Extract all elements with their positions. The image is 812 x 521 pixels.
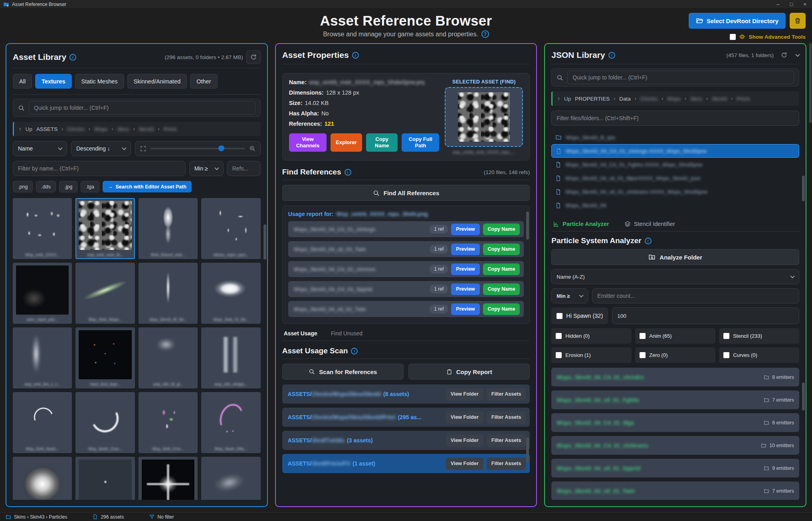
preview-button[interactable]: Preview [451,283,479,295]
asset-thumbnail[interactable]: wsp_strk_vtclgrp... [201,327,260,388]
view-folder-button[interactable]: View Folder [446,458,483,470]
show-advanced-tools[interactable]: Show Advanced Tools [730,34,806,40]
reference-row[interactable]: Wsps_Skn43_04_C4_03_Spprtd 1 ref Preview… [288,281,524,297]
info-icon[interactable]: i [352,52,359,59]
extension-tag[interactable]: .jpg [59,181,77,192]
info-icon[interactable]: i [645,238,652,244]
copy-name-button[interactable]: Copy Name [483,283,520,295]
asset-thumbnail[interactable]: Wsp_Smll_Swsh... [13,392,72,453]
view-folder-button[interactable]: View Folder [446,411,483,424]
zoom-in-icon[interactable] [249,145,255,152]
emitter-row[interactable]: Wsps_Skn43_04_C4_01_chrndrs 8 emitters [551,368,799,386]
library-search-input[interactable] [29,101,255,115]
asset-type-tab[interactable]: Skinned/Animated [127,74,187,89]
preview-button[interactable]: Preview [451,303,479,315]
scan-scrollbar[interactable] [526,438,529,462]
library-scrollbar[interactable] [263,224,266,260]
filter-checkbox[interactable] [723,333,729,339]
usage-sub-tab[interactable]: Asset Usage [284,330,317,337]
refresh-icon[interactable] [781,52,787,58]
scan-for-references-button[interactable]: Scan for References [282,364,404,380]
asset-type-tab[interactable]: Other [190,74,217,89]
emitter-row[interactable]: Wsps_Skn43_04_C4_01_Mgs 6 emitters [551,413,799,432]
find-all-references-button[interactable]: Find All References [282,185,530,201]
analyzer-sort-select[interactable]: Name (A-Z) [551,269,799,284]
editor-asset-path-button[interactable]: → Search with Editor Asset Path [103,181,192,192]
asset-thumbnail[interactable]: Wsh_flcksrd_smk... [139,198,198,259]
json-search-input[interactable] [567,71,794,84]
filter-assets-button[interactable]: Filter Assets [487,458,526,470]
filter-checkbox-cell[interactable]: Anim (65) [635,328,715,344]
advanced-tools-checkbox[interactable] [730,34,736,40]
asset-thumbnail[interactable]: shps_StrmS_M_Str... [139,263,198,324]
extension-tag[interactable]: .dds [36,181,56,192]
asset-thumbnail[interactable]: strtssc_mpct_spct... [201,198,260,259]
filter-assets-button[interactable]: Filter Assets [487,434,526,447]
filter-checkbox[interactable] [723,352,729,358]
json-filter-input[interactable] [551,111,799,126]
hi-spawn-toggle[interactable]: Hi Spawn (32) [551,307,608,324]
collapse-chevron-icon[interactable] [795,52,800,57]
file-row[interactable]: Wsps_Skn43_04_stl_01_MpsrXXXX_Wsps_Skn43… [551,171,799,185]
asset-thumbnail[interactable]: Wsp_Swsh_Dtts... [201,392,260,453]
asset-thumbnail[interactable]: smk_wsp_grd... [201,457,260,500]
filter-assets-button[interactable]: Filter Assets [487,411,526,424]
info-icon[interactable]: i [345,169,351,176]
zoom-slider-thumb[interactable] [218,145,224,151]
library-breadcrumb[interactable]: ↑ Up ASSETS › Chrctrs› Wsps› Skns› Skn43… [13,122,261,136]
asset-type-tab[interactable]: Static Meshes [75,74,124,89]
minimize-button[interactable]: – [776,0,779,8]
help-icon[interactable]: ? [481,30,489,38]
refs-input[interactable] [227,161,261,176]
copy-name-button[interactable]: Copy Name [366,133,398,152]
copy-name-button[interactable]: Copy Name [483,303,520,315]
reference-row[interactable]: Wsps_Skn43_04_C4_01_chrlsrgn 1 ref Previ… [288,221,524,237]
filter-by-name-input[interactable] [13,161,186,176]
asset-thumbnail[interactable]: Wsp_smtr_XXXX... [13,198,72,259]
file-row[interactable]: Wsps_Skn43_04_C4_01_Fghtrs.XXXX_Wsps_Shr… [551,158,799,171]
analyzer-tab[interactable]: Stencil Identifier [624,221,675,227]
preview-button[interactable]: Preview [451,244,479,255]
sort-direction-select[interactable]: Descending ↓ [71,141,131,156]
explorer-button[interactable]: Explorer [331,133,362,152]
file-row[interactable]: Wsps_Skn43_04_stl_01_chrbrwns.XXXX_Wsps_… [551,185,799,198]
reference-row[interactable]: Wsps_Skn43_04_stl_02_Twln 1 ref Preview … [288,301,524,317]
close-button[interactable]: × [803,0,806,8]
asset-thumbnail[interactable]: wsp_strk_fd_gl... [139,327,198,388]
refresh-button[interactable] [246,50,261,64]
asset-thumbnail[interactable]: Shps_Smk_Vt_Str... [201,263,260,324]
asset-type-tab[interactable]: Textures [35,74,71,89]
info-icon[interactable]: i [608,52,615,59]
asset-thumbnail[interactable]: glw_sft_rdl... [13,457,72,500]
scan-result-row[interactable]: ASSETS/ Chrctrs/Wsps/Skns/Skn43 (8 asset… [282,384,530,404]
view-folder-button[interactable]: View Folder [446,388,483,400]
sort-field-select[interactable]: Name [13,141,67,156]
asset-thumbnail[interactable]: mpct_brst_bspr... [75,327,135,388]
window-scrollbar[interactable] [809,43,812,123]
expand-icon[interactable] [140,146,146,152]
reference-row[interactable]: Wsps_Skn43_04_C4_02_chrmsm 1 ref Preview… [288,261,524,277]
maximize-button[interactable]: □ [790,0,793,8]
asset-thumbnail[interactable]: Wsp_Smk_Wsps... [75,263,135,324]
trash-button[interactable] [790,13,806,29]
file-row[interactable]: Wsps_Skn43_04 [551,198,799,212]
emitter-row[interactable]: Wsps_Skn43_04_stl_01_Twln 7 emitters [551,481,799,500]
hi-spawn-checkbox[interactable] [557,313,562,319]
filter-checkbox-cell[interactable]: Zero (0) [635,347,715,363]
select-devroot-button[interactable]: Select DevRoot Directory [689,13,786,29]
scan-result-row[interactable]: ASSETS/ Chrctrs/Wsps/Skns/Skn43/Prtcls (… [282,408,530,427]
usage-sub-tab[interactable]: Find Unused [331,330,362,337]
asset-thumbnail[interactable]: wsp_smtr_mstr_th... [75,198,135,259]
copy-full-path-button[interactable]: Copy Full Path [402,133,439,152]
asset-thumbnail[interactable]: glw_tny_dt... [75,457,135,500]
json-breadcrumb[interactable]: ↑ Up PROPERTIES › Data › Chrctrs› Wsps› … [551,91,799,106]
copy-report-button[interactable]: Copy Report [408,364,530,380]
emitter-count-input[interactable] [592,288,799,303]
info-icon[interactable]: i [69,54,76,61]
view-folder-button[interactable]: View Folder [446,434,483,447]
emitter-scrollbar[interactable] [802,382,805,410]
filter-checkbox-cell[interactable]: Hidden (0) [551,328,632,344]
copy-name-button[interactable]: Copy Name [483,244,520,255]
analyze-folder-button[interactable]: Analyze Folder [551,249,799,265]
emitter-row[interactable]: Wsps_Skn43_04_C4_01_chrbrwns 10 emitters [551,436,799,455]
